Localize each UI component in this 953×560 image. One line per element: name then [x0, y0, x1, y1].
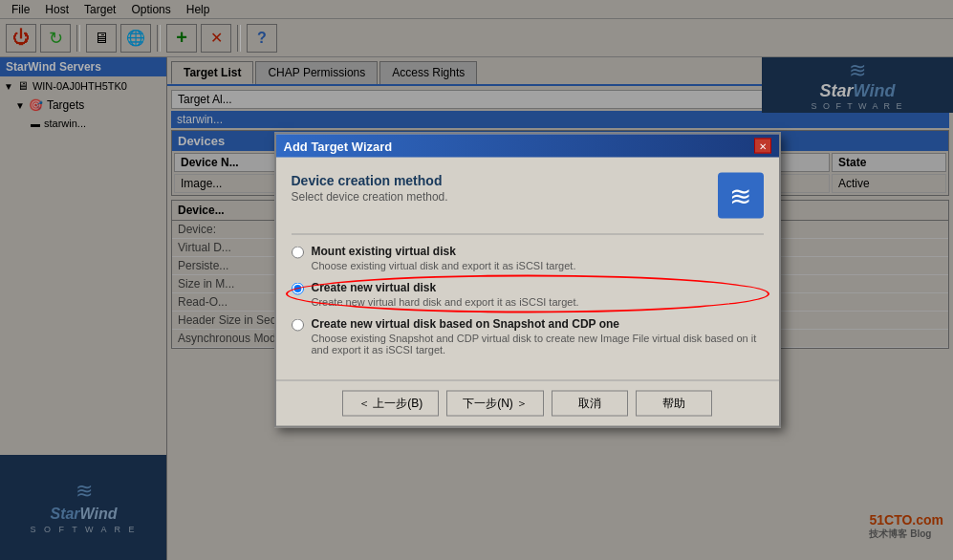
option-3-container: Create new virtual disk based on Snapsho…	[292, 317, 764, 355]
dialog-section-title: Device creation method	[292, 173, 448, 188]
dialog-title-text: Device creation method Select device cre…	[292, 173, 448, 204]
dialog-section-desc: Select device creation method.	[292, 190, 448, 204]
sw-waves-dialog-icon: ≋	[718, 173, 764, 219]
add-target-dialog: Add Target Wizard ✕ Device creation meth…	[274, 133, 781, 428]
option-3-radio[interactable]	[292, 319, 304, 332]
dialog-titlebar: Add Target Wizard ✕	[276, 135, 779, 158]
option-2-container: Create new virtual disk Create new virtu…	[292, 281, 764, 308]
option-1-container: Mount existing virtual disk Choose exist…	[292, 245, 764, 271]
dialog-body: Device creation method Select device cre…	[276, 158, 779, 380]
option-1-title: Mount existing virtual disk	[312, 245, 576, 258]
option-2-desc: Create new virtual hard disk and export …	[312, 296, 579, 308]
dialog-separator	[292, 234, 764, 235]
dialog-close-button[interactable]: ✕	[754, 139, 771, 154]
dialog-title: Add Target Wizard	[284, 139, 393, 153]
dialog-header-section: Device creation method Select device cre…	[292, 173, 764, 219]
cancel-button[interactable]: 取消	[552, 391, 628, 417]
option-2-title: Create new virtual disk	[312, 281, 579, 294]
option-3-title: Create new virtual disk based on Snapsho…	[312, 317, 764, 331]
back-button[interactable]: ＜ 上一步(B)	[342, 391, 439, 417]
dialog-footer: ＜ 上一步(B) 下一步(N) ＞ 取消 帮助	[276, 380, 779, 426]
option-1-desc: Choose existing virtual disk and export …	[312, 260, 576, 271]
next-button[interactable]: 下一步(N) ＞	[446, 391, 544, 417]
option-3-content: Create new virtual disk based on Snapsho…	[312, 317, 764, 355]
option-2-radio[interactable]	[292, 283, 304, 295]
option-3-desc: Choose existing Snapshot and CDP virtual…	[312, 333, 764, 355]
option-2-content: Create new virtual disk Create new virtu…	[312, 281, 579, 308]
option-1-content: Mount existing virtual disk Choose exist…	[312, 245, 576, 271]
option-1-radio[interactable]	[292, 247, 304, 259]
help-dialog-button[interactable]: 帮助	[636, 391, 712, 417]
waves-symbol: ≋	[729, 180, 751, 211]
